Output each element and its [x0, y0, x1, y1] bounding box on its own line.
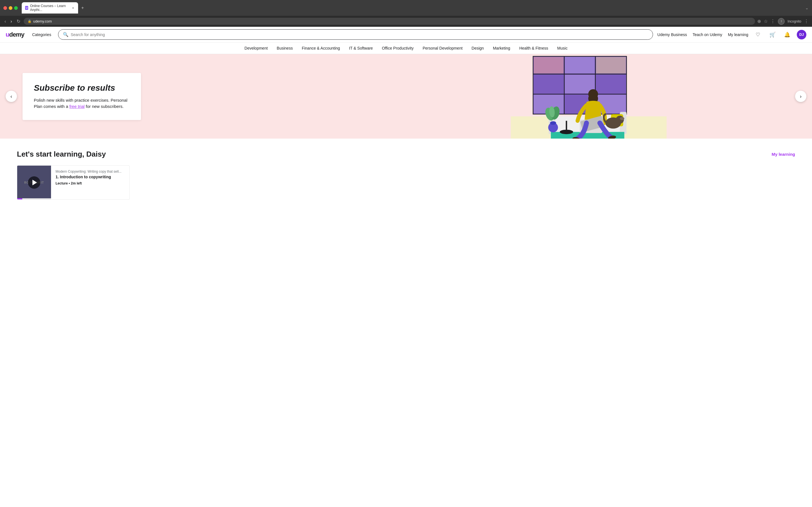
browser-profile-avatar[interactable]: I [778, 18, 784, 25]
back-button[interactable]: ‹ [3, 18, 7, 25]
course-name: 1. Introduction to copywriting [56, 175, 125, 179]
cast-icon[interactable]: ⊕ [757, 18, 761, 24]
hero-card: Subscribe to results Polish new skills w… [22, 73, 141, 120]
cat-it-software[interactable]: IT & Software [345, 43, 377, 54]
hero-svg [365, 54, 812, 138]
carousel-next-button[interactable]: › [795, 91, 806, 102]
udemy-site: udemy Categories 🔍 Udemy Business Teach … [0, 27, 812, 211]
cat-music[interactable]: Music [553, 43, 572, 54]
hero-body-end: for new subscribers. [85, 104, 123, 109]
svg-rect-8 [565, 57, 595, 73]
browser-actions: ⊕ ☆ ⋮ I Incognito ⋮ [757, 18, 809, 25]
teach-on-udemy-link[interactable]: Teach on Udemy [693, 33, 722, 37]
course-type: Lecture [56, 181, 68, 185]
forward-button[interactable]: › [9, 18, 13, 25]
star-icon[interactable]: ☆ [764, 18, 768, 24]
svg-rect-12 [596, 75, 626, 93]
incognito-label: Incognito [788, 19, 801, 23]
close-window-button[interactable] [3, 6, 7, 10]
reload-button[interactable]: ↻ [15, 17, 21, 25]
url-display: udemy.com [33, 19, 52, 23]
tab-bar: U Online Courses – Learn Anythi... ✕ + [22, 2, 86, 13]
svg-point-29 [588, 89, 598, 99]
wishlist-button[interactable]: ♡ [753, 30, 763, 40]
cat-development[interactable]: Development [240, 43, 272, 54]
svg-rect-27 [566, 121, 567, 132]
hero-title: Subscribe to results [34, 83, 130, 93]
progress-fill [17, 198, 22, 200]
svg-rect-7 [534, 57, 564, 73]
categories-button[interactable]: Categories [30, 31, 54, 38]
browser-titlebar: U Online Courses – Learn Anythi... ✕ + ⌄ [0, 0, 812, 16]
notifications-button[interactable]: 🔔 [782, 30, 792, 40]
svg-point-22 [550, 121, 556, 125]
browser-addressbar: ‹ › ↻ 🔒 udemy.com ⊕ ☆ ⋮ I Incognito ⋮ [0, 16, 812, 27]
my-learning-header-link[interactable]: My learning [728, 33, 748, 37]
cat-design[interactable]: Design [467, 43, 489, 54]
free-trial-link[interactable]: free trial [69, 104, 85, 109]
my-learning-link[interactable]: My learning [772, 152, 795, 157]
cart-button[interactable]: 🛒 [767, 30, 777, 40]
top-nav: udemy Categories 🔍 Udemy Business Teach … [0, 27, 812, 43]
learning-header: Let's start learning, Daisy My learning [17, 150, 795, 159]
search-bar[interactable]: 🔍 [58, 29, 653, 40]
udemy-logo[interactable]: udemy [6, 31, 24, 38]
cat-finance[interactable]: Finance & Accounting [297, 43, 344, 54]
course-time-left: 2m left [71, 181, 82, 185]
browser-menu-icon[interactable]: ⋮ [770, 18, 775, 24]
udemy-business-link[interactable]: Udemy Business [658, 33, 687, 37]
search-icon: 🔍 [63, 32, 68, 37]
tab-favicon: U [25, 6, 28, 10]
svg-rect-9 [596, 57, 626, 73]
user-avatar[interactable]: DJ [797, 30, 806, 40]
new-tab-button[interactable]: + [79, 4, 86, 11]
course-subtitle: Modern Copywriting: Writing copy that se… [56, 170, 125, 173]
course-card[interactable]: RO TO WRIT Modern Copywriting: Writing c… [17, 165, 130, 200]
cat-health[interactable]: Health & Fitness [515, 43, 553, 54]
browser-chrome: U Online Courses – Learn Anythi... ✕ + ⌄… [0, 0, 812, 27]
learning-section: Let's start learning, Daisy My learning … [0, 138, 812, 211]
play-button[interactable] [28, 176, 40, 189]
cat-marketing[interactable]: Marketing [488, 43, 515, 54]
lock-icon: 🔒 [28, 19, 32, 23]
carousel-prev-button[interactable]: ‹ [6, 91, 17, 102]
cat-personal-dev[interactable]: Personal Development [418, 43, 467, 54]
browser-more-button[interactable]: ⋮ [804, 18, 809, 24]
tab-dropdown-button[interactable]: ⌄ [805, 6, 809, 10]
hero-banner: ‹ Subscribe to results Polish new skills… [0, 54, 812, 138]
cat-office[interactable]: Office Productivity [377, 43, 418, 54]
category-nav: Development Business Finance & Accountin… [0, 43, 812, 54]
course-meta: Lecture • 2m left [56, 181, 125, 185]
minimize-window-button[interactable] [9, 6, 12, 10]
svg-rect-10 [534, 75, 564, 93]
tab-close-button[interactable]: ✕ [71, 6, 75, 10]
address-bar[interactable]: 🔒 udemy.com [24, 18, 755, 25]
cat-business[interactable]: Business [272, 43, 297, 54]
search-input[interactable] [71, 33, 648, 37]
hero-body: Polish new skills with practice exercise… [34, 97, 130, 110]
active-tab[interactable]: U Online Courses – Learn Anythi... ✕ [22, 2, 78, 13]
hero-illustration [365, 54, 812, 138]
tab-title: Online Courses – Learn Anythi... [30, 4, 70, 12]
svg-point-37 [620, 117, 624, 120]
maximize-window-button[interactable] [14, 6, 18, 10]
course-info: Modern Copywriting: Writing copy that se… [51, 166, 130, 200]
hero-content: Subscribe to results Polish new skills w… [0, 56, 163, 137]
course-thumbnail[interactable]: RO TO WRIT [17, 166, 51, 200]
traffic-lights [3, 6, 18, 10]
progress-bar [17, 198, 51, 200]
nav-links: Udemy Business Teach on Udemy My learnin… [658, 33, 748, 37]
learning-section-title: Let's start learning, Daisy [17, 150, 106, 159]
